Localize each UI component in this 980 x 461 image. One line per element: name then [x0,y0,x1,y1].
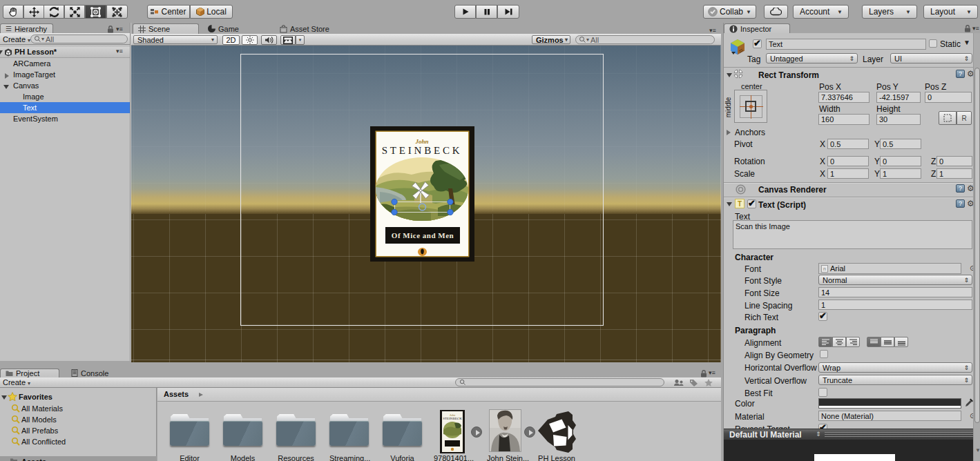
svg-text:STEINBECK: STEINBECK [443,417,462,420]
